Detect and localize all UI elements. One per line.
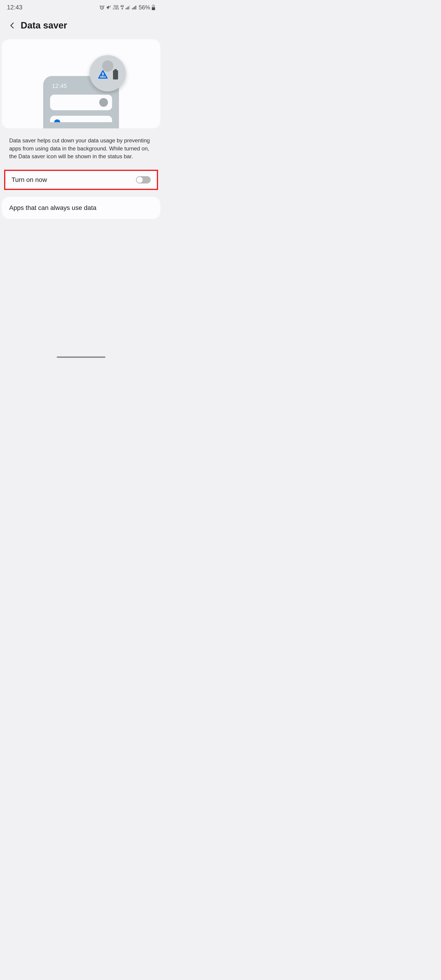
magnifier-battery-icon: [113, 70, 118, 80]
apps-always-use-data-row[interactable]: Apps that can always use data: [2, 197, 160, 219]
svg-rect-9: [153, 4, 154, 5]
battery-icon: [151, 4, 155, 10]
status-bar: 12:43 Vo)) LTE1 4G ⇵: [0, 0, 162, 14]
status-icons-group: Vo)) LTE1 4G ⇵ 56%: [99, 4, 155, 11]
svg-rect-7: [134, 6, 135, 10]
svg-rect-3: [128, 6, 129, 10]
description-text: Data saver helps cut down your data usag…: [0, 128, 162, 167]
turn-on-now-label: Turn on now: [11, 176, 47, 183]
svg-rect-12: [152, 10, 155, 10]
page-header: Data saver: [0, 14, 162, 37]
phone-mockup-blue-dot: [54, 119, 60, 122]
svg-rect-4: [129, 5, 130, 10]
battery-percent: 56%: [139, 4, 150, 11]
phone-mockup-row2: [50, 116, 112, 122]
svg-rect-8: [135, 5, 136, 10]
magnifier-circle: [89, 55, 126, 91]
phone-mockup-row: [50, 95, 112, 110]
turn-on-now-row[interactable]: Turn on now: [4, 170, 158, 190]
status-time: 12:43: [7, 4, 22, 11]
net-gen-label: 4G ⇵: [120, 5, 124, 10]
svg-rect-2: [127, 7, 127, 10]
mute-icon: [106, 5, 111, 10]
illustration-card: 12:45: [2, 39, 160, 128]
svg-rect-1: [126, 8, 126, 10]
network-label: Vo)) LTE1: [113, 5, 119, 10]
alarm-icon: [99, 5, 105, 10]
signal-bars-1-icon: [126, 5, 131, 10]
page-title: Data saver: [21, 20, 67, 30]
apps-always-use-data-label: Apps that can always use data: [9, 204, 153, 212]
svg-rect-5: [132, 8, 133, 10]
data-saver-icon: [97, 69, 108, 80]
back-icon[interactable]: [10, 22, 15, 29]
switch-knob: [137, 177, 143, 183]
turn-on-now-switch[interactable]: [136, 176, 151, 183]
phone-mockup-toggle-knob: [99, 98, 108, 107]
signal-bars-2-icon: [132, 5, 137, 10]
svg-rect-6: [133, 7, 134, 10]
navigation-handle[interactable]: [57, 356, 105, 358]
